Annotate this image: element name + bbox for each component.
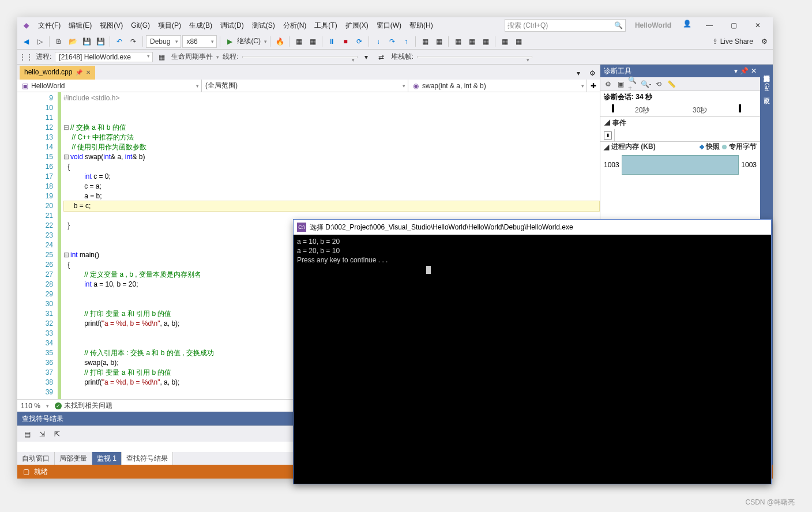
clear-icon[interactable]: ▤: [21, 428, 33, 441]
new-icon[interactable]: 🗎: [52, 35, 65, 48]
record-icon[interactable]: ▣: [615, 79, 626, 89]
file-tab[interactable]: hello_world.cpp 📌 ✕: [20, 66, 95, 80]
save-icon[interactable]: 💾: [80, 35, 93, 48]
menu-git[interactable]: Git(G): [127, 19, 153, 32]
ruler-icon[interactable]: 📏: [666, 79, 676, 89]
menu-window[interactable]: 窗口(W): [373, 18, 405, 33]
menu-extensions[interactable]: 扩展(X): [342, 18, 372, 33]
zoom-level[interactable]: 110 %: [21, 402, 40, 410]
stop-icon[interactable]: ■: [339, 35, 352, 48]
live-share-button[interactable]: ⇪ Live Share: [709, 37, 757, 46]
method-icon: ◉: [412, 82, 420, 90]
reset-icon[interactable]: ⟲: [653, 79, 664, 89]
continue-icon[interactable]: ▶: [223, 35, 236, 48]
share-icon: ⇪: [712, 37, 718, 46]
timeline[interactable]: 20秒 30秒: [600, 103, 760, 117]
gear-icon[interactable]: ⚙: [586, 67, 599, 80]
close-tab-icon[interactable]: ✕: [86, 69, 91, 76]
step-over-icon[interactable]: ↷: [386, 35, 399, 48]
undo-icon[interactable]: ↶: [113, 35, 126, 48]
menu-tools[interactable]: 工具(T): [311, 18, 340, 33]
maximize-button[interactable]: ▢: [722, 18, 745, 32]
redo-icon[interactable]: ↷: [127, 35, 140, 48]
expand-icon[interactable]: ⇱: [51, 428, 63, 441]
timeline-mark: [739, 104, 741, 112]
account-icon[interactable]: 👤: [683, 20, 694, 31]
diagnostics-title[interactable]: 诊断工具 ▾📌✕: [600, 65, 760, 77]
thread-dropdown[interactable]: [242, 56, 358, 58]
tool-icon[interactable]: ▦: [433, 35, 445, 48]
forward-icon[interactable]: ▷: [33, 35, 46, 48]
minimize-button[interactable]: —: [698, 18, 721, 32]
process-label: 进程:: [35, 52, 52, 62]
console-title-text: 选择 D:\002_Project\006_Visual_Studio\Hell…: [310, 223, 573, 232]
pause-icon[interactable]: ⏸: [325, 35, 338, 48]
dropdown-icon[interactable]: ▾: [734, 67, 738, 75]
restart-icon[interactable]: ⟳: [353, 35, 366, 48]
stackframe-dropdown[interactable]: [417, 56, 532, 58]
split-icon[interactable]: ✚: [587, 80, 600, 92]
console-title-bar[interactable]: C:\ 选择 D:\002_Project\006_Visual_Studio\…: [294, 220, 771, 235]
tool-icon[interactable]: ▦: [452, 35, 464, 48]
menu-help[interactable]: 帮助(H): [406, 18, 437, 33]
menu-file[interactable]: 文件(F): [35, 18, 64, 33]
back-icon[interactable]: ◀: [20, 35, 32, 48]
menu-test[interactable]: 测试(S): [249, 18, 279, 33]
search-input[interactable]: 搜索 (Ctrl+Q) 🔍: [505, 19, 626, 32]
tool-icon[interactable]: ▦: [465, 35, 478, 48]
collapse-icon[interactable]: ⇲: [36, 428, 48, 441]
scope-dropdown[interactable]: ▣HelloWorld: [17, 80, 202, 92]
admin-icon[interactable]: ⚙: [758, 35, 770, 48]
menu-project[interactable]: 项目(P): [155, 18, 185, 33]
lifecycle-icon[interactable]: ▦: [155, 51, 168, 63]
tab-find-results[interactable]: 查找符号结果: [122, 452, 173, 465]
tab-autos[interactable]: 自动窗口: [17, 452, 55, 465]
solution-explorer-tab[interactable]: 解决方案资源管理器: [761, 67, 772, 74]
project-icon: ▣: [21, 82, 29, 90]
process-dropdown[interactable]: [21648] HelloWorld.exe: [55, 52, 153, 62]
tool-icon[interactable]: ▾: [360, 51, 373, 63]
close-button[interactable]: ✕: [746, 18, 769, 32]
tool-icon[interactable]: ▦: [512, 35, 525, 48]
open-icon[interactable]: 📂: [66, 35, 79, 48]
console-output: a = 10, b = 20 a = 20, b = 10 Press any …: [294, 235, 771, 484]
tool-icon[interactable]: ▦: [419, 35, 431, 48]
error-list-summary[interactable]: ✓未找到相关问题: [55, 401, 112, 411]
pin-icon[interactable]: 📌: [740, 67, 749, 75]
zoom-in-icon[interactable]: 🔍+: [628, 79, 638, 89]
gear-icon[interactable]: ⚙: [603, 79, 613, 89]
console-window[interactable]: C:\ 选择 D:\002_Project\006_Visual_Studio\…: [293, 219, 772, 484]
close-panel-icon[interactable]: ✕: [751, 67, 757, 75]
memory-header[interactable]: ◢ 进程内存 (KB) 快照 专用字节: [600, 142, 760, 152]
menu-build[interactable]: 生成(B): [186, 18, 216, 33]
tool-icon[interactable]: ▦: [306, 35, 319, 48]
menu-edit[interactable]: 编辑(E): [65, 18, 95, 33]
pin-icon[interactable]: 📌: [76, 69, 82, 76]
tab-watch[interactable]: 监视 1: [92, 452, 122, 465]
type-dropdown[interactable]: (全局范围): [202, 80, 408, 92]
tool-icon[interactable]: ▦: [498, 35, 511, 48]
tab-dropdown-icon[interactable]: ▾: [572, 67, 585, 80]
tool-icon[interactable]: ▦: [292, 35, 305, 48]
continue-label[interactable]: 继续(C): [237, 36, 263, 46]
hot-reload-icon[interactable]: 🔥: [273, 35, 286, 48]
platform-dropdown[interactable]: x86: [182, 35, 217, 48]
menu-debug[interactable]: 调试(D): [217, 18, 247, 33]
step-out-icon[interactable]: ↑: [400, 35, 412, 48]
member-dropdown[interactable]: ◉swap(int & a, int & b): [408, 80, 587, 92]
step-icon[interactable]: ↓: [372, 35, 385, 48]
tab-locals[interactable]: 局部变量: [55, 452, 92, 465]
pause-icon[interactable]: ⏸: [604, 131, 612, 140]
session-time: 诊断会话: 34 秒: [600, 91, 760, 103]
tool-icon[interactable]: ⇄: [375, 51, 388, 63]
config-dropdown[interactable]: Debug: [146, 35, 181, 48]
save-all-icon[interactable]: 💾: [94, 35, 107, 48]
menu-analyze[interactable]: 分析(N): [280, 18, 310, 33]
git-changes-tab[interactable]: Git 更改: [761, 80, 772, 96]
tool-icon[interactable]: ▦: [479, 35, 492, 48]
events-header[interactable]: ◢ 事件: [600, 117, 760, 129]
menu-bar: ◆ 文件(F) 编辑(E) 视图(V) Git(G) 项目(P) 生成(B) 调…: [17, 17, 773, 33]
handle-icon[interactable]: ⋮⋮: [20, 51, 32, 63]
menu-view[interactable]: 视图(V): [96, 18, 126, 33]
zoom-out-icon[interactable]: 🔍-: [641, 79, 651, 89]
